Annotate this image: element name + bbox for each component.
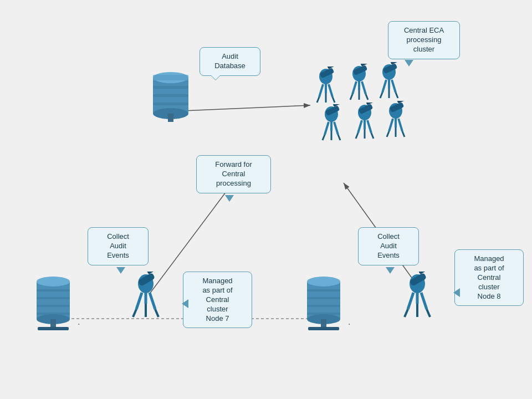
svg-rect-72 [37,297,70,299]
svg-line-27 [362,81,366,94]
central-eca-label: Central ECAprocessingcluster [404,26,444,53]
svg-line-102 [427,309,430,317]
audit-database-callout: AuditDatabase [200,47,260,76]
svg-line-66 [402,131,405,137]
diagram-container: AuditDatabase Central ECAprocessingclust… [0,0,532,399]
dot-separator-right: . [348,317,350,327]
svg-rect-73 [37,305,70,307]
collect-audit-right-label: CollectAuditEvents [377,232,400,259]
svg-line-30 [366,94,368,100]
bottom-right-db-icon [304,272,344,332]
collect-audit-left-callout: CollectAuditEvents [88,227,149,265]
svg-line-56 [356,133,358,139]
svg-line-36 [392,80,396,93]
svg-rect-71 [37,289,70,291]
node8-figure [398,272,437,327]
svg-rect-74 [37,313,70,315]
audit-database-icon [149,66,193,122]
svg-line-62 [389,119,393,131]
svg-line-81 [150,293,155,309]
svg-rect-76 [38,327,69,330]
svg-line-47 [323,135,325,140]
audit-database-label: AuditDatabase [214,52,245,70]
svg-line-39 [396,93,398,98]
svg-rect-93 [321,319,326,328]
central-eca-tail [405,60,413,66]
svg-rect-91 [307,305,340,307]
svg-rect-9 [153,94,188,97]
central-eca-callout: Central ECAprocessingcluster [388,21,460,59]
collect-audit-left-tail [116,267,125,274]
svg-rect-90 [307,297,340,299]
svg-line-18 [329,84,332,97]
managed-node7-tail [182,299,188,308]
svg-line-3 [183,105,310,111]
svg-line-98 [408,293,413,309]
svg-line-48 [338,135,340,140]
connectors-svg [0,0,532,399]
svg-line-80 [136,293,142,309]
central-figure-2 [342,64,376,108]
collect-audit-left-label: CollectAuditEvents [107,232,129,259]
svg-line-83 [133,309,136,317]
svg-line-29 [350,94,352,100]
forward-central-label: Forward forCentralprocessing [215,160,252,187]
svg-line-20 [317,97,319,103]
central-figure-6 [379,101,412,145]
svg-point-69 [37,277,70,287]
forward-central-tail [225,195,234,202]
node7-figure [126,272,165,327]
svg-line-63 [398,119,402,131]
svg-rect-89 [307,289,340,291]
svg-line-45 [334,122,338,135]
dot-separator-left: . [78,317,80,327]
svg-line-26 [352,81,356,94]
svg-line-44 [325,122,329,135]
central-figure-4 [315,104,348,149]
bottom-left-db-icon [33,272,73,332]
collect-audit-right-callout: CollectAuditEvents [358,227,419,265]
svg-line-99 [421,293,427,309]
svg-rect-8 [153,86,188,89]
svg-rect-92 [307,313,340,315]
svg-rect-94 [308,327,339,330]
svg-rect-13 [153,75,188,80]
forward-central-callout: Forward forCentralprocessing [196,155,271,193]
svg-rect-75 [50,319,56,328]
svg-line-21 [332,97,335,103]
svg-line-101 [405,309,408,317]
svg-line-53 [358,120,362,133]
svg-line-35 [382,80,386,93]
managed-node8-tail [453,288,460,297]
svg-line-57 [371,133,374,139]
managed-node8-label: Managedas part ofCentralclusterNode 8 [474,254,504,300]
managed-node8-callout: Managedas part ofCentralclusterNode 8 [454,249,524,306]
svg-point-87 [307,277,340,287]
svg-rect-11 [168,114,173,122]
svg-line-65 [387,131,389,137]
central-figure-3 [372,62,406,106]
svg-line-38 [380,93,382,98]
svg-line-17 [319,84,323,97]
central-figure-5 [348,103,381,147]
collect-audit-right-tail [386,267,395,274]
svg-rect-10 [153,103,188,105]
svg-line-54 [367,120,371,133]
managed-node7-label: Managedas part ofCentralclusterNode 7 [202,277,232,323]
svg-line-84 [155,309,158,317]
managed-node7-callout: Managedas part ofCentralclusterNode 7 [183,272,252,328]
